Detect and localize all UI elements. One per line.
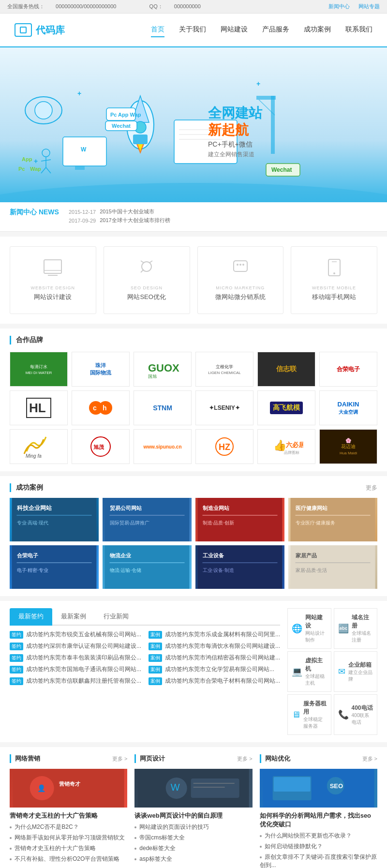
partner-lseniy[interactable]: ✦LSENIY✦ — [195, 390, 253, 425]
partner-sipunuo[interactable]: www.sipunuo.cn — [134, 429, 192, 464]
tab-item-1-1[interactable]: 签约 成功签约东莞市锐奕五金机械有限公司网站... — [10, 630, 141, 639]
seo-more[interactable]: 更多 > — [362, 755, 377, 763]
ql-title-5: 服务器租用 — [303, 700, 327, 716]
service-title-1: 网站设计建设 — [17, 293, 89, 301]
nav-website[interactable]: 网站建设 — [221, 23, 248, 37]
nav-news-center[interactable]: 新闻中心 — [328, 3, 350, 9]
tab-item-2-1[interactable]: 案例 成功签约东莞市乐成金属材料有限公司阿里... — [149, 630, 280, 639]
tab-item-2-3[interactable]: 案例 成功签约东莞市鸿信精密器有限公司网站建... — [149, 654, 280, 662]
case-image-4[interactable]: 医疗健康网站专业医疗·健康服务 — [288, 498, 377, 541]
nav-products[interactable]: 产品服务 — [262, 23, 289, 37]
marketing-link-3[interactable]: 营销奇才史玉柱的十大广告策略 — [10, 844, 127, 853]
service-card-3[interactable]: MICRO MARKETING 微网站微分销系统 — [197, 246, 284, 314]
marketing-link-4[interactable]: 不只有补贴、理性分析O2O平台营销策略 — [10, 855, 127, 863]
svg-line-47 — [149, 261, 152, 263]
case-image-5[interactable]: 合荣电子电子·精密·专业 — [10, 545, 99, 589]
case-image-6[interactable]: 物流企业物流·运输·仓储 — [103, 545, 192, 589]
service-card-1[interactable]: WEBSITE DESIGN 网站设计建设 — [10, 246, 96, 314]
case-image-8[interactable]: 家居产品家居·品质·生活 — [288, 545, 377, 589]
partner-cn[interactable]: ch — [72, 390, 130, 425]
tab-header-1[interactable]: 最新签约 — [10, 608, 52, 626]
webdesign-link-3[interactable]: dede标签大全 — [134, 844, 252, 853]
partner-ligenchemical[interactable]: 立根化学LIGEN CHEMICAL — [195, 352, 253, 387]
quick-link-domain[interactable]: 🔤 域名注册 全球域名注册 — [334, 608, 377, 649]
cases-section: 成功案例 更多 科技企业网站专业·高端·现代 贸易公司网站国际贸易·品牌推广 制… — [0, 476, 387, 596]
tab-item-1-4[interactable]: 签约 成功签约东莞市国旭电子通讯有限公司网站... — [10, 665, 141, 673]
svg-text:建立全网销售渠道: 建立全网销售渠道 — [208, 151, 254, 158]
marketing-thumb[interactable]: 👤营销奇才 — [10, 769, 127, 808]
seo-thumb[interactable]: SEO — [260, 769, 377, 808]
webdesign-thumb[interactable]: W — [134, 769, 252, 808]
svg-rect-32 — [271, 96, 275, 154]
marketing-article-title: 营销奇才史玉柱的十大广告策略 — [10, 811, 127, 820]
logo[interactable]: 代码库 — [15, 23, 65, 37]
main-nav: 首页 关于我们 网站建设 产品服务 成功案例 联系我们 — [151, 23, 372, 37]
svg-point-52 — [242, 264, 244, 266]
webdesign-link-2[interactable]: 帝国cms标签大全 — [134, 834, 252, 842]
partner-hl[interactable]: HL — [10, 390, 68, 425]
marketing-more[interactable]: 更多 > — [112, 755, 127, 763]
tab-item-2-2[interactable]: 案例 成功签约东莞市每滴饮水有限公司网站建设... — [149, 642, 280, 650]
service-card-2[interactable]: SEO DESIGN 网站SEO优化 — [104, 246, 190, 314]
quick-link-email[interactable]: ✉ 企业邮箱 建立企业品牌 — [334, 651, 377, 692]
nav-contact[interactable]: 联系我们 — [345, 23, 372, 37]
nav-about[interactable]: 关于我们 — [179, 23, 206, 37]
quick-link-website[interactable]: 🌐 网站建设 网站设计制作 — [287, 608, 331, 649]
tab-item-1-3[interactable]: 签约 成功签约东莞市泰丰包装装潢印刷品有限公... — [10, 654, 141, 662]
partner-meidishui[interactable]: 每滴订水MEI DI WATER — [10, 352, 68, 387]
cases-header: 成功案例 更多 — [10, 483, 377, 492]
nav-cases[interactable]: 成功案例 — [304, 23, 331, 37]
quick-link-hosting[interactable]: 💻 虚拟主机 全球超稳主机 — [287, 651, 331, 692]
partner-hz[interactable]: HZ — [195, 429, 253, 464]
case-image-3[interactable]: 制造业网站制造·品质·创新 — [195, 498, 284, 541]
nav-home[interactable]: 首页 — [151, 23, 164, 37]
case-image-7[interactable]: 工业设备工业·设备·制造 — [195, 545, 284, 589]
ql-sub-2: 全球域名注册 — [352, 630, 373, 644]
partner-xumao[interactable]: 旭茂 — [72, 429, 130, 464]
marketing-link-1[interactable]: 为什么M2C否不是B2C？ — [10, 823, 127, 831]
header: 代码库 首页 关于我们 网站建设 产品服务 成功案例 联系我们 — [0, 14, 387, 47]
partner-gaofei[interactable]: 高飞航模 — [257, 390, 315, 425]
webdesign-link-4[interactable]: asp标签大全 — [134, 855, 252, 863]
seo-link-2[interactable]: 如何启动链接静默化？ — [260, 842, 377, 851]
banner-svg: + + + App Pc Wap Pc App Wap Wechat W — [0, 47, 387, 202]
partner-zhuyangwuliu[interactable]: 珠洋国际物流 — [72, 352, 130, 387]
partner-xinzhilian[interactable]: 信志联 — [257, 352, 315, 387]
news-item-1[interactable]: 2015-12-17 2015中国十大创业城市 — [69, 208, 377, 215]
top-bar-left: 全国服务热线： 000000000/00000000000 QQ： 000000… — [7, 3, 210, 10]
nav-special[interactable]: 网站专题 — [358, 3, 380, 9]
svg-point-55 — [333, 272, 335, 274]
partner-liubiju[interactable]: 👍六必居品牌图标 — [257, 429, 315, 464]
svg-text:Pc: Pc — [18, 166, 25, 172]
partner-daikin[interactable]: DAIKIN大金空调 — [319, 390, 377, 425]
partner-stnm[interactable]: STNM — [134, 390, 192, 425]
svg-rect-88 — [12, 545, 97, 589]
quick-link-phone400[interactable]: 📞 400电话 400联系电话 — [334, 694, 377, 735]
tab-header-2[interactable]: 最新案例 — [52, 608, 95, 626]
seo-link-1[interactable]: 为什么网站快照不更新也不收录？ — [260, 832, 377, 840]
partner-herongdianzi[interactable]: 合荣电子 — [319, 352, 377, 387]
cases-more[interactable]: 更多 — [366, 484, 377, 492]
quick-links: 🌐 网站建设 网站设计制作 🔤 域名注册 全球域名注册 💻 虚拟主机 全球超稳主… — [287, 608, 377, 735]
webdesign-link-1[interactable]: 网站建设的页面设计的技巧 — [134, 823, 252, 831]
partner-guoxu[interactable]: GUOXu国旭 — [134, 352, 192, 387]
svg-text:贸易公司网站: 贸易公司网站 — [109, 505, 142, 511]
quick-link-server[interactable]: 🖥 服务器租用 全球稳定服务器 — [287, 694, 331, 735]
seo-link-3[interactable]: 原创文章排不了关键词-百度搜索引擎保护原创到... — [260, 853, 377, 868]
tab-item-1-5[interactable]: 签约 成功签约东莞市信联麒鑫邦注册托管有限公... — [10, 677, 141, 685]
webdesign-more[interactable]: 更多 > — [237, 755, 252, 763]
tab-item-2-4[interactable]: 案例 成功签约东莞市立化学贸易有限公司网站... — [149, 665, 280, 673]
partner-huamaidi[interactable]: 🌸花迈迪Hua Maidi — [319, 429, 377, 464]
tab-item-1-2[interactable]: 签约 成功签约深圳市康华认证有限公司网站建设... — [10, 642, 141, 650]
marketing-header: 网络营销 更多 > — [10, 754, 127, 763]
case-image-1[interactable]: 科技企业网站专业·高端·现代 — [10, 498, 99, 541]
tab-header-3[interactable]: 行业新闻 — [95, 608, 137, 626]
marketing-link-2[interactable]: 网络新手该如何从零开始学习顶级营销软文 — [10, 834, 127, 842]
svg-text:SEO: SEO — [329, 782, 342, 790]
webdesign-links: 网站建设的页面设计的技巧 帝国cms标签大全 dede标签大全 asp标签大全 — [134, 823, 252, 863]
partner-mingfa[interactable]: Ming fa — [10, 429, 68, 464]
news-item-2[interactable]: 2017-09-29 2017全球十大创业城市排行榜 — [69, 217, 377, 224]
case-image-2[interactable]: 贸易公司网站国际贸易·品牌推广 — [103, 498, 192, 541]
tab-item-2-5[interactable]: 案例 成功签约东莞市合荣电子材料有限公司网站... — [149, 677, 280, 685]
service-card-4[interactable]: WEBSITE MOBILE 移动端手机网站 — [291, 246, 377, 314]
